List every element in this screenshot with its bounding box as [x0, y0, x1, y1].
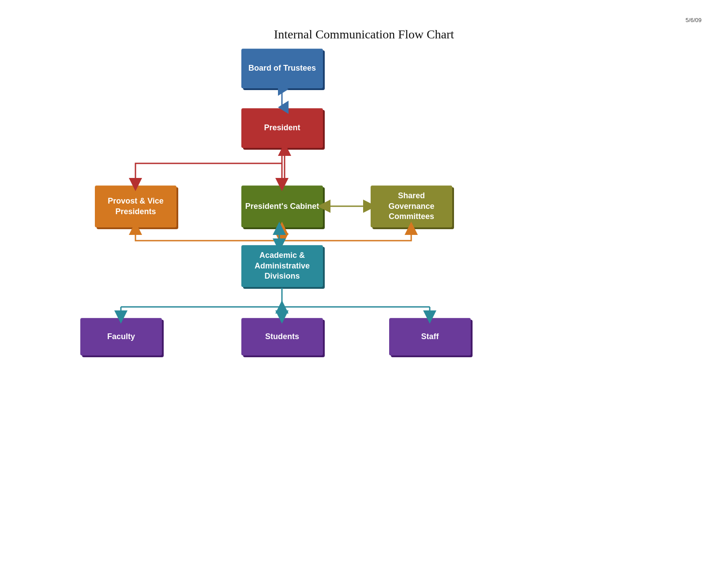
president-box: President [241, 108, 323, 148]
presidents-cabinet-box: President's Cabinet [241, 185, 323, 227]
arrow-president-provost [135, 163, 282, 185]
arrow-orange-bottom [135, 228, 411, 241]
board-of-trustees-box: Board of Trustees [241, 49, 323, 88]
students-box: Students [241, 318, 323, 355]
shared-governance-box: Shared Governance Committees [371, 185, 452, 227]
date-label: 5/6/09 [686, 17, 702, 23]
provost-box: Provost & Vice Presidents [95, 185, 176, 227]
faculty-box: Faculty [80, 318, 162, 355]
academic-divisions-box: Academic & Administrative Divisions [241, 245, 323, 287]
arrows-overlay [0, 0, 728, 563]
page-title: Internal Communication Flow Chart [0, 27, 728, 42]
staff-box: Staff [389, 318, 471, 355]
